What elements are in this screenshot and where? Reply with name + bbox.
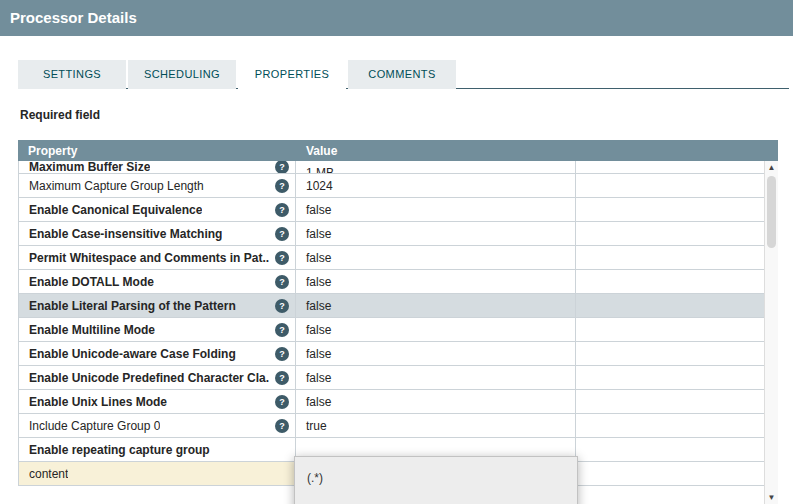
table-row: Maximum Buffer Size ? 1 MB — [19, 161, 764, 174]
table-row: Enable Unicode-aware Case Folding ? fals… — [19, 342, 764, 366]
property-name: Enable DOTALL Mode — [29, 270, 154, 293]
value-editor-text[interactable]: (.*) — [307, 471, 565, 485]
table-row: Enable DOTALL Mode ? false — [19, 270, 764, 294]
tab-bar: SETTINGS SCHEDULING PROPERTIES COMMENTS — [18, 60, 789, 89]
property-name: Enable Unicode-aware Case Folding — [29, 342, 236, 365]
property-name: Enable Case-insensitive Matching — [29, 222, 222, 245]
property-value[interactable]: false — [296, 222, 576, 245]
property-cell: Maximum Buffer Size ? — [19, 161, 296, 173]
property-name: Enable Unicode Predefined Character Cla.… — [29, 366, 269, 389]
table-header: Property Value — [18, 140, 778, 161]
row-filler — [576, 342, 764, 365]
property-cell: Maximum Capture Group Length ? — [19, 174, 296, 197]
row-filler — [576, 414, 764, 437]
property-cell: Enable repeating capture group — [19, 438, 296, 461]
help-icon[interactable]: ? — [275, 251, 289, 265]
property-name: Enable Unix Lines Mode — [29, 390, 167, 413]
help-icon[interactable]: ? — [275, 371, 289, 385]
table-row: Enable Case-insensitive Matching ? false — [19, 222, 764, 246]
property-value[interactable]: false — [296, 366, 576, 389]
table-row: Permit Whitespace and Comments in Pat...… — [19, 246, 764, 270]
property-value[interactable]: true — [296, 414, 576, 437]
scroll-up-arrow[interactable]: ▲ — [765, 161, 778, 174]
help-icon[interactable]: ? — [275, 275, 289, 289]
help-icon[interactable]: ? — [275, 203, 289, 217]
row-filler — [576, 222, 764, 245]
tab-label: PROPERTIES — [255, 68, 330, 80]
property-cell: Enable Unicode-aware Case Folding ? — [19, 342, 296, 365]
property-value[interactable]: false — [296, 270, 576, 293]
row-filler — [576, 198, 764, 221]
help-icon[interactable]: ? — [275, 161, 289, 173]
property-cell: content — [19, 462, 296, 485]
help-icon[interactable]: ? — [275, 323, 289, 337]
dialog-title: Processor Details — [10, 9, 137, 26]
table-row: Enable Literal Parsing of the Pattern ? … — [19, 294, 764, 318]
row-filler — [576, 366, 764, 389]
table-body: Maximum Buffer Size ? 1 MB Maximum Captu… — [18, 161, 764, 486]
row-filler — [576, 390, 764, 413]
row-filler — [576, 174, 764, 197]
table-row: Maximum Capture Group Length ? 1024 — [19, 174, 764, 198]
property-cell: Enable Case-insensitive Matching ? — [19, 222, 296, 245]
scroll-down-arrow[interactable]: ▼ — [765, 491, 778, 504]
table-row: Enable Canonical Equivalence ? false — [19, 198, 764, 222]
property-cell: Enable Unix Lines Mode ? — [19, 390, 296, 413]
property-name: Enable Literal Parsing of the Pattern — [29, 294, 236, 317]
table-row: Enable Unicode Predefined Character Cla.… — [19, 366, 764, 390]
row-filler — [576, 270, 764, 293]
property-name: Maximum Buffer Size — [29, 161, 150, 173]
help-icon[interactable]: ? — [275, 419, 289, 433]
tab-comments[interactable]: COMMENTS — [348, 60, 456, 89]
table-row: Include Capture Group 0 ? true — [19, 414, 764, 438]
property-cell: Permit Whitespace and Comments in Pat...… — [19, 246, 296, 269]
property-value[interactable]: false — [296, 246, 576, 269]
property-cell: Enable Multiline Mode ? — [19, 318, 296, 341]
column-header-property: Property — [18, 144, 296, 158]
property-cell: Enable Literal Parsing of the Pattern ? — [19, 294, 296, 317]
row-filler — [576, 462, 764, 485]
help-icon[interactable]: ? — [275, 347, 289, 361]
property-name: Include Capture Group 0 — [29, 414, 160, 437]
help-icon[interactable]: ? — [275, 179, 289, 193]
property-name: Enable repeating capture group — [29, 438, 210, 461]
tab-label: COMMENTS — [368, 68, 435, 80]
property-cell: Enable DOTALL Mode ? — [19, 270, 296, 293]
processor-details-dialog: Processor Details SETTINGS SCHEDULING PR… — [0, 0, 793, 504]
property-cell: Enable Canonical Equivalence ? — [19, 198, 296, 221]
table-row: Enable Unix Lines Mode ? false — [19, 390, 764, 414]
tab-label: SETTINGS — [43, 68, 101, 80]
row-filler — [576, 161, 764, 173]
help-icon[interactable]: ? — [275, 227, 289, 241]
tab-properties[interactable]: PROPERTIES — [238, 60, 346, 90]
column-header-value: Value — [296, 144, 778, 158]
property-name: Maximum Capture Group Length — [29, 174, 204, 197]
row-filler — [576, 318, 764, 341]
help-icon[interactable]: ? — [275, 299, 289, 313]
properties-table: Property Value Maximum Buffer Size ? 1 M… — [18, 140, 778, 504]
property-cell: Enable Unicode Predefined Character Cla.… — [19, 366, 296, 389]
value-editor-popup: (.*) — [294, 456, 578, 504]
row-filler — [576, 438, 764, 461]
property-name: Enable Multiline Mode — [29, 318, 155, 341]
property-name: Permit Whitespace and Comments in Pat... — [29, 246, 269, 269]
property-value[interactable]: false — [296, 318, 576, 341]
row-filler — [576, 294, 764, 317]
tab-scheduling[interactable]: SCHEDULING — [128, 60, 236, 89]
scrollbar-thumb[interactable] — [767, 176, 776, 248]
property-value[interactable]: 1024 — [296, 174, 576, 197]
scrollbar[interactable]: ▲ ▼ — [764, 161, 778, 504]
property-name: content — [29, 462, 68, 485]
help-icon[interactable]: ? — [275, 395, 289, 409]
table-row: Enable Multiline Mode ? false — [19, 318, 764, 342]
tab-settings[interactable]: SETTINGS — [18, 60, 126, 89]
property-value[interactable]: 1 MB — [296, 161, 576, 173]
property-value[interactable]: false — [296, 342, 576, 365]
property-value[interactable]: false — [296, 294, 576, 317]
tab-label: SCHEDULING — [144, 68, 220, 80]
property-name: Enable Canonical Equivalence — [29, 198, 202, 221]
row-filler — [576, 246, 764, 269]
property-value[interactable]: false — [296, 390, 576, 413]
property-value[interactable]: false — [296, 198, 576, 221]
required-field-label: Required field — [20, 108, 100, 122]
